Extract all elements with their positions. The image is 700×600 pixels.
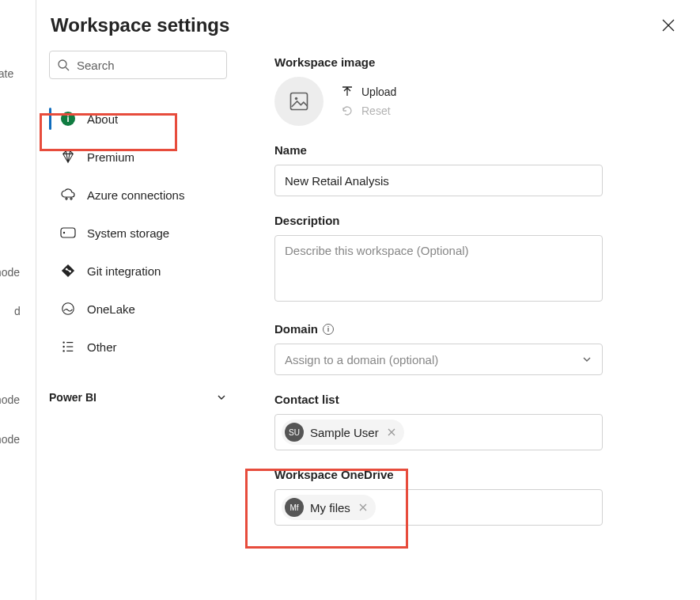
chevron-down-icon <box>581 354 592 365</box>
sidebar-item-system-storage[interactable]: System storage <box>49 214 227 252</box>
chevron-down-icon <box>216 392 227 403</box>
onelake-icon <box>60 301 76 317</box>
storage-icon <box>60 225 76 241</box>
svg-rect-9 <box>291 93 308 110</box>
onedrive-input[interactable]: Mf My files <box>274 489 603 526</box>
active-indicator <box>49 108 51 130</box>
workspace-image-label: Workspace image <box>274 55 603 69</box>
search-input[interactable] <box>49 51 227 79</box>
sidebar-item-other[interactable]: Other <box>49 328 227 366</box>
sidebar-section-powerbi[interactable]: Power BI <box>49 366 227 404</box>
svg-point-6 <box>62 341 64 343</box>
info-icon: i <box>61 112 75 126</box>
workspace-image-placeholder[interactable] <box>274 77 324 126</box>
domain-placeholder: Assign to a domain (optional) <box>285 353 438 366</box>
sidebar-item-label: Git integration <box>87 264 161 278</box>
reset-button: Reset <box>341 104 396 117</box>
close-icon <box>388 428 395 436</box>
sidebar-item-label: System storage <box>87 226 169 240</box>
sidebar-item-git-integration[interactable]: Git integration <box>49 252 227 290</box>
svg-point-5 <box>62 303 74 314</box>
upload-button[interactable]: Upload <box>341 85 396 98</box>
upload-icon <box>341 85 354 98</box>
avatar: SU <box>285 423 304 442</box>
chip-remove-button[interactable] <box>357 501 369 514</box>
other-icon <box>60 339 76 355</box>
contact-chip: SU Sample User <box>282 420 404 445</box>
section-label: Power BI <box>49 391 96 404</box>
diamond-icon <box>60 149 76 165</box>
sidebar-item-label: Premium <box>87 150 134 164</box>
git-icon <box>60 263 76 279</box>
search-icon <box>57 59 70 71</box>
chip-label: Sample User <box>310 426 379 439</box>
settings-panel: Workspace settings i About Premium <box>36 0 700 600</box>
name-input[interactable] <box>274 165 603 196</box>
reset-label: Reset <box>361 104 391 117</box>
description-input[interactable] <box>274 235 603 302</box>
sidebar-item-onelake[interactable]: OneLake <box>49 290 227 328</box>
sidebar-item-label: Azure connections <box>87 188 184 202</box>
sidebar-item-about[interactable]: i About <box>49 100 227 138</box>
form-area: Workspace image Upload Reset <box>274 51 603 543</box>
description-label: Description <box>274 214 603 227</box>
sidebar-item-azure-connections[interactable]: Azure connections <box>49 176 227 214</box>
domain-label: Domain i <box>274 322 603 336</box>
close-icon <box>359 503 367 511</box>
upload-label: Upload <box>361 85 396 98</box>
image-icon <box>288 90 310 112</box>
contact-list-label: Contact list <box>274 393 603 406</box>
name-label: Name <box>274 143 603 157</box>
info-icon[interactable]: i <box>323 324 334 335</box>
sidebar-item-label: About <box>87 112 118 126</box>
onedrive-chip: Mf My files <box>282 495 376 520</box>
svg-point-10 <box>295 97 298 101</box>
svg-point-7 <box>62 346 64 347</box>
close-button[interactable] <box>656 13 681 38</box>
background-obscured-text: date mode d mode mode <box>0 0 32 600</box>
svg-point-0 <box>59 60 66 68</box>
svg-point-8 <box>62 350 64 351</box>
svg-point-2 <box>63 232 65 234</box>
onedrive-label: Workspace OneDrive <box>274 468 603 481</box>
sidebar-item-premium[interactable]: Premium <box>49 138 227 176</box>
reset-icon <box>341 104 354 117</box>
contact-list-input[interactable]: SU Sample User <box>274 414 603 450</box>
panel-header: Workspace settings <box>36 0 700 46</box>
avatar: Mf <box>285 498 304 517</box>
chip-label: My files <box>310 501 350 515</box>
sidebar-item-label: Other <box>87 340 117 354</box>
search-wrap <box>49 51 227 79</box>
cloud-icon <box>60 187 76 203</box>
svg-rect-1 <box>61 228 75 237</box>
page-title: Workspace settings <box>51 14 229 36</box>
sidebar-item-label: OneLake <box>87 302 135 316</box>
close-icon <box>662 19 675 32</box>
sidebar: i About Premium Azure connections Sy <box>49 51 227 543</box>
domain-select[interactable]: Assign to a domain (optional) <box>274 344 603 375</box>
chip-remove-button[interactable] <box>385 426 398 439</box>
